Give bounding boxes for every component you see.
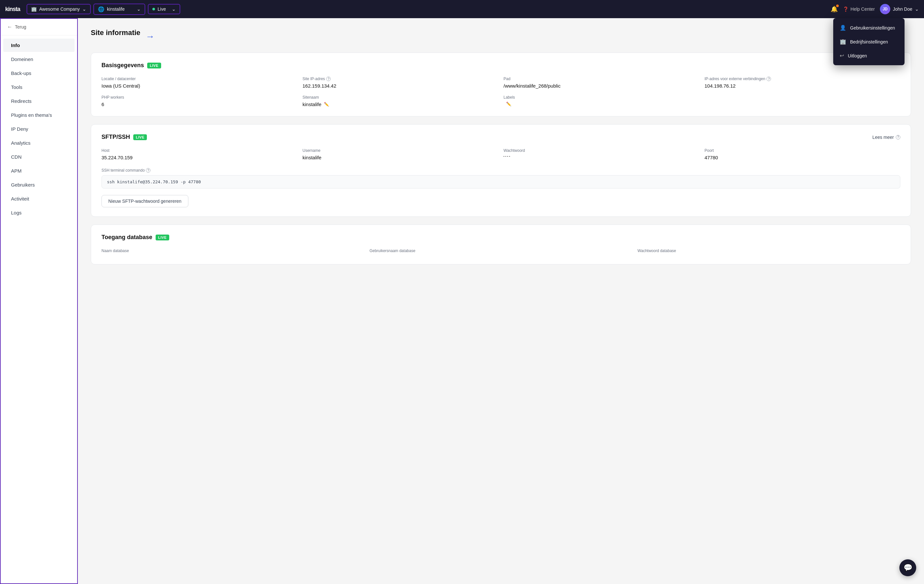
gebruikersinstellingen-label: Gebruikersinstellingen xyxy=(850,25,895,30)
chat-button[interactable]: 💬 xyxy=(899,559,916,576)
help-icon: ❓ xyxy=(843,7,848,12)
sidebar-item-domeinen[interactable]: Domeinen xyxy=(3,53,74,66)
basisgegevens-title: Basisgegevens LIVE xyxy=(101,62,900,69)
logo: kinsta xyxy=(5,6,20,13)
sidebar-item-redirects-label: Redirects xyxy=(11,98,31,104)
sidebar-item-back-ups-label: Back-ups xyxy=(11,70,31,76)
basisgegevens-grid2: PHP workers 6 Sitenaam kinstalife ✏️ Lab… xyxy=(101,95,900,107)
basisgegevens-card: Basisgegevens LIVE Locatie / datacenter … xyxy=(91,53,911,116)
sidebar-item-redirects[interactable]: Redirects xyxy=(3,94,74,108)
site-selector[interactable]: 🌐 kinstalife xyxy=(93,3,145,15)
sidebar-item-activiteit-label: Activiteit xyxy=(11,196,29,202)
notification-badge xyxy=(836,5,839,7)
locatie-item: Locatie / datacenter Iowa (US Central) xyxy=(101,76,297,89)
db-gebruikersnaam-item: Gebruikersnaam database xyxy=(370,248,632,255)
extern-ip-value: 104.198.76.12 xyxy=(705,83,900,89)
sftp-header: SFTP/SSH LIVE Lees meer ? xyxy=(101,134,900,141)
sidebar-item-info[interactable]: Info xyxy=(3,39,74,52)
sidebar-item-analytics[interactable]: Analytics xyxy=(3,136,74,150)
sidebar-item-back-ups[interactable]: Back-ups xyxy=(3,66,74,80)
sidebar-item-ip-deny[interactable]: IP Deny xyxy=(3,122,74,136)
sidebar-item-apm[interactable]: APM xyxy=(3,164,74,177)
ssh-cmd-label: SSH terminal commando ? xyxy=(101,168,900,173)
sftp-live-badge: LIVE xyxy=(133,134,147,140)
ip-help-icon[interactable]: ? xyxy=(326,76,331,81)
main-wrapper: ← Terug Info Domeinen Back-ups Tools Red… xyxy=(0,18,924,584)
sftp-grid: Host 35.224.70.159 Username kinstalife W… xyxy=(101,148,900,160)
poort-label: Poort xyxy=(705,148,900,153)
sitenaam-item: Sitenaam kinstalife ✏️ xyxy=(302,95,498,107)
sidebar-item-plugins-themas[interactable]: Plugins en thema's xyxy=(3,108,74,122)
sidebar-item-info-label: Info xyxy=(11,43,20,48)
db-naam-label: Naam database xyxy=(101,248,365,253)
site-chevron-icon xyxy=(137,7,141,12)
database-title: Toegang database LIVE xyxy=(101,234,900,241)
user-chevron-icon xyxy=(915,7,919,12)
sidebar-back-button[interactable]: ← Terug xyxy=(1,19,77,35)
bell-button[interactable]: 🔔 xyxy=(831,5,838,13)
company-chevron-icon xyxy=(82,7,86,12)
db-gebruikersnaam-label: Gebruikersnaam database xyxy=(370,248,632,253)
sitenaam-value: kinstalife xyxy=(302,101,321,107)
company-selector[interactable]: 🏢 Awesome Company xyxy=(26,4,91,14)
back-label: Terug xyxy=(15,24,26,30)
db-naam-item: Naam database xyxy=(101,248,365,255)
labels-item: Labels ✏️ xyxy=(503,95,699,107)
user-menu-button[interactable]: JD John Doe xyxy=(880,4,919,14)
sitenaam-value-container: kinstalife ✏️ xyxy=(302,101,498,107)
sidebar-item-activiteit[interactable]: Activiteit xyxy=(3,192,74,205)
sidebar-item-logs[interactable]: Logs xyxy=(3,206,74,219)
sitenaam-edit-icon[interactable]: ✏️ xyxy=(324,102,329,107)
db-wachtwoord-item: Wachtwoord database xyxy=(637,248,900,255)
avatar: JD xyxy=(880,4,890,14)
sidebar-item-gebruikers-label: Gebruikers xyxy=(11,182,35,187)
lees-meer-button[interactable]: Lees meer ? xyxy=(873,135,900,140)
chat-icon: 💬 xyxy=(904,564,912,572)
user-settings-icon: 👤 xyxy=(840,25,846,31)
env-selector[interactable]: Live xyxy=(148,4,180,14)
wachtwoord-value: •••• xyxy=(503,155,699,158)
sidebar-item-plugins-themas-label: Plugins en thema's xyxy=(11,112,52,118)
site-ip-item: Site IP-adres ? 162.159.134.42 xyxy=(302,76,498,89)
ssh-help-icon[interactable]: ? xyxy=(146,168,150,173)
sidebar-item-tools[interactable]: Tools xyxy=(3,81,74,94)
bedrijfsinstellingen-label: Bedrijfsinstellingen xyxy=(850,39,888,45)
sitenaam-label: Sitenaam xyxy=(302,95,498,99)
dropdown-item-gebruikersinstellingen[interactable]: 👤 Gebruikersinstellingen xyxy=(833,21,904,35)
basisgegevens-live-badge: LIVE xyxy=(147,63,161,68)
lees-meer-icon[interactable]: ? xyxy=(896,135,900,139)
php-workers-value: 6 xyxy=(101,101,297,107)
ssh-section: SSH terminal commando ? ssh kinstalife@3… xyxy=(101,168,900,189)
sidebar-item-cdn[interactable]: CDN xyxy=(3,150,74,164)
sidebar-item-gebruikers[interactable]: Gebruikers xyxy=(3,178,74,192)
poort-item: Poort 47780 xyxy=(705,148,900,160)
sidebar-item-analytics-label: Analytics xyxy=(11,140,30,146)
extern-ip-label: IP-adres voor externe verbindingen ? xyxy=(705,76,900,81)
dropdown-item-uitloggen[interactable]: ↩ Uitloggen xyxy=(833,49,904,63)
generate-sftp-password-button[interactable]: Nieuw SFTP-wachtwoord genereren xyxy=(101,195,188,207)
labels-value-container: ✏️ xyxy=(503,101,699,106)
help-label: Help Center xyxy=(850,7,875,12)
pad-label: Pad xyxy=(503,76,699,81)
wp-icon: 🌐 xyxy=(98,6,104,12)
db-wachtwoord-label: Wachtwoord database xyxy=(637,248,900,253)
locatie-value: Iowa (US Central) xyxy=(101,83,297,89)
sidebar-item-domeinen-label: Domeinen xyxy=(11,56,33,62)
company-settings-icon: 🏢 xyxy=(840,39,846,45)
basisgegevens-grid: Locatie / datacenter Iowa (US Central) S… xyxy=(101,76,900,89)
dropdown-item-bedrijfsinstellingen[interactable]: 🏢 Bedrijfsinstellingen xyxy=(833,35,904,49)
help-center-button[interactable]: ❓ Help Center xyxy=(843,7,875,12)
database-live-badge: LIVE xyxy=(156,235,169,240)
extern-ip-help-icon[interactable]: ? xyxy=(766,76,771,81)
user-name: John Doe xyxy=(893,7,912,12)
username-label: Username xyxy=(302,148,498,153)
host-item: Host 35.224.70.159 xyxy=(101,148,297,160)
sftp-title: SFTP/SSH LIVE xyxy=(101,134,147,141)
poort-value: 47780 xyxy=(705,155,900,160)
main-content: Site informatie → Basisgegevens LIVE Loc… xyxy=(78,18,924,584)
sidebar-item-cdn-label: CDN xyxy=(11,154,22,160)
sidebar-item-ip-deny-label: IP Deny xyxy=(11,126,28,132)
labels-edit-icon[interactable]: ✏️ xyxy=(506,101,511,106)
env-chevron-icon xyxy=(172,7,176,12)
uitloggen-label: Uitloggen xyxy=(848,53,867,58)
